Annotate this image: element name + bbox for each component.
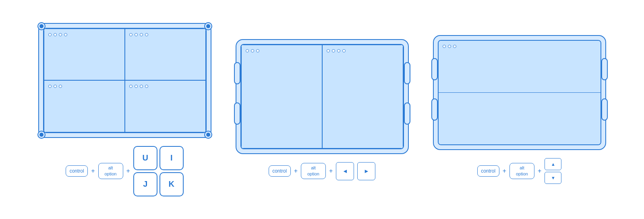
dot: [54, 33, 57, 36]
dots-tr: [129, 33, 148, 36]
option-label-1: option: [105, 171, 117, 177]
dot: [246, 49, 249, 52]
option-label-2: option: [307, 171, 319, 177]
key-arrow-right: ►: [357, 162, 375, 180]
handle-left-top: [234, 62, 240, 84]
cell-bottom-right: [125, 80, 206, 132]
plus-6: +: [538, 167, 541, 175]
dot: [443, 45, 446, 48]
key-control-2: control: [269, 165, 291, 177]
key-arrow-left: ◄: [336, 162, 354, 180]
shortcut-2: control + alt option + ◄ ►: [269, 162, 376, 180]
diagram-3: [433, 35, 606, 150]
inner-circle-br: [206, 133, 210, 137]
key-alt-1: alt option: [98, 163, 123, 179]
plus-4: +: [329, 167, 333, 175]
dot: [135, 33, 138, 36]
cell-right: [322, 45, 403, 148]
plus-3: +: [294, 167, 298, 175]
shortcut-3: control + alt option + ▲ ▼: [477, 158, 562, 184]
row-bottom: [439, 93, 601, 144]
dot: [48, 33, 52, 36]
dot: [256, 49, 259, 52]
corner-tl: [37, 22, 46, 30]
handle-left-bot-3: [431, 98, 438, 121]
dot: [140, 85, 143, 88]
alt-label-1: alt: [108, 165, 113, 171]
key-I: I: [159, 146, 184, 170]
dot: [140, 33, 143, 36]
option-label-3: option: [516, 171, 528, 177]
dot: [129, 85, 133, 88]
handle-left-bot: [234, 102, 240, 125]
plus-1: +: [91, 167, 95, 175]
key-ud-stack: ▲ ▼: [545, 158, 561, 184]
dot: [129, 33, 133, 36]
key-K: K: [159, 172, 184, 196]
plus-2: +: [126, 167, 130, 175]
dot: [251, 49, 254, 52]
handle-left-top-3: [431, 58, 438, 80]
dot: [332, 49, 335, 52]
grid-1x2: [240, 44, 404, 149]
section-2: control + alt option + ◄ ►: [236, 39, 409, 180]
cell-bottom-left: [44, 80, 125, 132]
key-alt-3: alt option: [509, 163, 534, 179]
grid-2x2: [43, 28, 207, 133]
dots-bl: [48, 85, 62, 88]
dots-left: [246, 49, 259, 52]
dot: [342, 49, 346, 52]
key-U: U: [133, 146, 157, 170]
cell-top-right: [125, 29, 206, 81]
inner-circle-tl: [39, 24, 43, 28]
inner-circle-bl: [39, 133, 43, 137]
key-arrow-up: ▲: [545, 158, 561, 170]
main-container: control + alt option + U I J K: [22, 15, 622, 204]
grid-rows: [438, 40, 601, 145]
alt-label-2: alt: [311, 165, 316, 171]
plus-5: +: [503, 167, 506, 175]
handle-right-bot: [404, 102, 410, 125]
dots-br: [129, 85, 148, 88]
diagram-2: [236, 39, 409, 154]
dot: [337, 49, 340, 52]
dots-right: [327, 49, 346, 52]
alt-label-3: alt: [520, 165, 524, 171]
cell-top-left: [44, 29, 125, 81]
section-3: control + alt option + ▲ ▼: [433, 35, 606, 184]
key-J: J: [133, 172, 157, 196]
key-group-uijk: U I J K: [133, 146, 184, 196]
handle-right-top: [404, 62, 410, 84]
dot: [327, 49, 330, 52]
dot: [453, 45, 456, 48]
dot: [48, 85, 52, 88]
dots-top-row: [443, 45, 456, 48]
dot: [145, 33, 148, 36]
shortcut-1: control + alt option + U I J K: [66, 146, 184, 196]
handle-right-top-3: [601, 58, 608, 80]
dot: [59, 85, 62, 88]
corner-tr: [204, 22, 212, 30]
key-control-1: control: [66, 165, 88, 177]
cell-left: [241, 45, 322, 148]
key-arrow-down: ▼: [545, 172, 561, 184]
diagram-1: [38, 23, 211, 138]
dot: [54, 85, 57, 88]
row-top: [439, 41, 601, 93]
key-control-3: control: [477, 165, 499, 177]
dot: [135, 85, 138, 88]
inner-circle-tr: [206, 24, 210, 28]
dots-tl: [48, 33, 67, 36]
dot: [64, 33, 67, 36]
dot: [145, 85, 148, 88]
key-alt-2: alt option: [301, 163, 326, 179]
dot: [448, 45, 451, 48]
dot: [59, 33, 62, 36]
section-1: control + alt option + U I J K: [38, 23, 211, 196]
corner-bl: [37, 131, 46, 139]
corner-br: [204, 131, 212, 139]
handle-right-bot-3: [601, 98, 608, 121]
